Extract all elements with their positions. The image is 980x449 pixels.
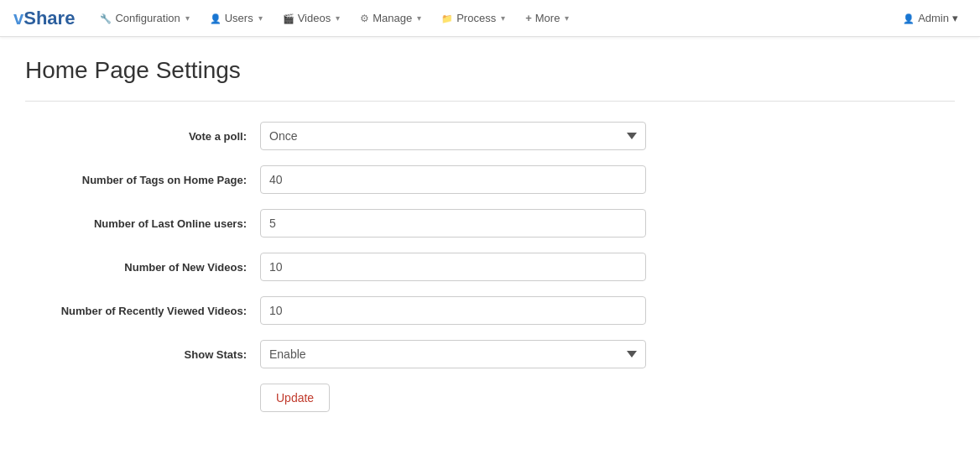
plus-icon [525, 12, 532, 24]
nav-label-admin: Admin [918, 12, 949, 24]
form-row-submit: Update [25, 384, 696, 412]
caret-admin: ▾ [952, 12, 958, 24]
form-row-new-videos: Number of New Videos: [25, 253, 696, 281]
folder-icon [441, 13, 453, 24]
form-row-recently-viewed: Number of Recently Viewed Videos: [25, 296, 696, 325]
nav-item-more[interactable]: More ▾ [517, 7, 577, 29]
nav-label-users: Users [225, 12, 253, 24]
select-vote-poll[interactable]: Once Multiple Times Never [260, 122, 646, 150]
nav-label-more: More [535, 12, 560, 24]
nav-items: Configuration ▾ Users ▾ Videos ▾ Manage … [91, 7, 894, 29]
user-icon [210, 13, 222, 24]
label-new-videos: Number of New Videos: [25, 261, 260, 274]
brand-logo[interactable]: vShare [13, 8, 75, 29]
video-icon [283, 13, 295, 24]
input-tags[interactable] [260, 165, 646, 194]
label-vote-poll: Vote a poll: [25, 130, 260, 143]
update-button[interactable]: Update [260, 384, 330, 412]
nav-item-users[interactable]: Users ▾ [201, 7, 271, 29]
gear-icon [360, 13, 369, 24]
page-title: Home Page Settings [25, 57, 955, 84]
select-show-stats[interactable]: Enable Disable [260, 340, 646, 368]
form-row-vote-poll: Vote a poll: Once Multiple Times Never [25, 122, 696, 150]
form-container: Vote a poll: Once Multiple Times Never N… [25, 122, 696, 412]
caret-users: ▾ [258, 13, 263, 23]
brand-v: v [13, 8, 23, 29]
form-row-show-stats: Show Stats: Enable Disable [25, 340, 696, 368]
navbar: vShare Configuration ▾ Users ▾ Videos ▾ … [0, 0, 980, 37]
nav-label-manage: Manage [373, 12, 412, 24]
main-content: Home Page Settings Vote a poll: Once Mul… [0, 37, 980, 447]
label-recently-viewed: Number of Recently Viewed Videos: [25, 305, 260, 317]
label-show-stats: Show Stats: [25, 348, 260, 361]
nav-label-configuration: Configuration [115, 12, 180, 24]
form-row-online-users: Number of Last Online users: [25, 209, 696, 238]
label-online-users: Number of Last Online users: [25, 217, 260, 230]
form-row-tags: Number of Tags on Home Page: [25, 165, 696, 194]
nav-item-admin[interactable]: Admin ▾ [894, 7, 967, 29]
input-online-users[interactable] [260, 209, 646, 238]
caret-videos: ▾ [336, 13, 340, 23]
nav-label-process: Process [456, 12, 496, 24]
nav-item-videos[interactable]: Videos ▾ [274, 7, 349, 29]
label-tags: Number of Tags on Home Page: [25, 174, 260, 186]
divider [25, 101, 955, 102]
caret-more: ▾ [565, 13, 569, 23]
nav-item-process[interactable]: Process ▾ [433, 7, 513, 29]
brand-share: Share [23, 8, 75, 29]
nav-item-manage[interactable]: Manage ▾ [352, 7, 430, 29]
caret-configuration: ▾ [185, 13, 190, 23]
nav-right: Admin ▾ [894, 7, 967, 29]
wrench-icon [100, 13, 112, 24]
caret-manage: ▾ [417, 13, 421, 23]
nav-item-configuration[interactable]: Configuration ▾ [91, 7, 197, 29]
input-new-videos[interactable] [260, 253, 646, 281]
caret-process: ▾ [501, 13, 505, 23]
admin-icon [903, 12, 915, 24]
input-recently-viewed[interactable] [260, 296, 646, 325]
nav-label-videos: Videos [298, 12, 331, 24]
